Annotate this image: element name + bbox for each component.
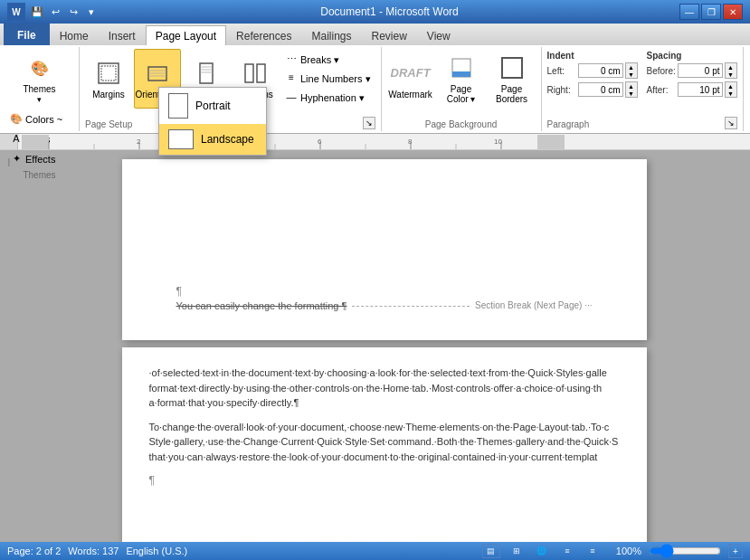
svg-rect-1 [101,66,116,81]
tab-file[interactable]: File [4,24,50,45]
paragraph-group-label: Paragraph [547,118,590,129]
customize-quick-access-button[interactable]: ▾ [83,4,100,20]
close-button[interactable]: ✕ [723,4,743,20]
spin-up-icon[interactable]: ▲ [626,63,637,71]
draft-button[interactable]: ≡ [584,544,602,558]
outline-button[interactable]: ≡ [558,544,576,558]
spacing-label: Spacing [647,51,737,61]
window-title: Document1 - Microsoft Word [100,5,679,18]
paragraph-expand-button[interactable]: ↘ [725,117,737,129]
portrait-label: Portrait [195,100,231,112]
page-setup-expand-button[interactable]: ↘ [363,117,375,129]
margins-button[interactable]: Margins [85,49,132,109]
svg-rect-6 [200,63,213,83]
spacing-before-input[interactable] [678,63,723,78]
word-count: Words: 137 [68,546,119,556]
hyphenation-icon: — [285,91,298,104]
zoom-slider[interactable] [649,546,721,556]
zoom-label: 100% [616,546,641,556]
spacing-after-spinner[interactable]: ▲ ▼ [725,81,737,98]
themes-icon: 🎨 [25,53,54,82]
portrait-option[interactable]: Portrait [159,88,266,124]
line-numbers-icon: ≡ [285,72,298,85]
print-layout-button[interactable]: ▤ [482,544,500,558]
spin-up-icon[interactable]: ▲ [726,82,736,90]
indent-left-spinner[interactable]: ▲ ▼ [625,62,638,79]
spacing-before-label: Before: [647,66,676,76]
portrait-page-icon [168,93,188,119]
svg-text:6: 6 [318,138,322,146]
app-icon: W [7,3,25,21]
indent-left-input[interactable] [578,63,623,78]
svg-text:2: 2 [137,138,141,146]
title-bar: W 💾 ↩ ↪ ▾ Document1 - Microsoft Word — ❐… [0,0,750,24]
page-color-icon [447,53,476,82]
spin-down-icon[interactable]: ▼ [626,71,637,78]
effects-button[interactable]: ✦ Effects [5,150,73,168]
line-numbers-button[interactable]: ≡ Line Numbers ▾ [280,70,375,88]
page-count: Page: 2 of 2 [7,546,61,556]
page-setup-label: Page Setup [85,118,132,129]
spacing-after-input[interactable] [678,82,723,97]
svg-rect-15 [22,135,49,149]
spin-up-icon[interactable]: ▲ [626,82,637,90]
minimize-button[interactable]: — [679,4,699,20]
svg-rect-13 [452,71,470,77]
page-borders-button[interactable]: Page Borders [489,49,536,109]
tab-home[interactable]: Home [50,25,99,45]
spin-down-icon[interactable]: ▼ [626,90,637,97]
landscape-option[interactable]: Landscape [159,124,266,155]
svg-rect-14 [502,58,522,78]
tab-references[interactable]: References [226,25,301,45]
watermark-button[interactable]: DRAFT Watermark [387,49,434,109]
web-layout-button[interactable]: 🌐 [533,544,551,558]
spacing-after-label: After: [647,85,676,95]
orientation-dropdown: Portrait Landscape [158,87,267,156]
restore-button[interactable]: ❐ [701,4,721,20]
spin-down-icon[interactable]: ▼ [726,90,736,97]
landscape-page-icon [168,129,194,149]
title-bar-left: W 💾 ↩ ↪ ▾ [7,3,100,21]
full-screen-button[interactable]: ⊞ [508,544,526,558]
spin-up-icon[interactable]: ▲ [726,63,736,71]
columns-icon [241,59,270,88]
page-background-label: Page Background [425,118,498,129]
ruler: 2 4 6 8 10 [18,134,750,149]
paragraph-mark-bottom: ¶ [149,473,620,489]
indent-right-spinner[interactable]: ▲ ▼ [625,81,638,98]
page-color-button[interactable]: Page Color ▾ [438,49,485,109]
svg-text:8: 8 [408,138,413,146]
themes-group: 🎨 Themes▾ 🎨 Colors ~ A Fonts ✦ Effects T… [0,47,80,131]
tab-mailings[interactable]: Mailings [301,25,361,45]
colors-button[interactable]: 🎨 Colors ~ [5,110,73,128]
indent-left-label: Left: [547,66,576,76]
quick-access-toolbar: 💾 ↩ ↪ ▾ [29,4,100,20]
margins-label: Margins [92,90,125,100]
themes-label: Themes▾ [23,84,55,104]
indent-label: Indent [547,51,638,61]
page-text-with-section-break: You·can·easily·change·the·formatting·¶ S… [176,299,593,313]
top-page: ¶ You·can·easily·change·the·formatting·¶… [122,159,647,340]
ribbon: 🎨 Themes▾ 🎨 Colors ~ A Fonts ✦ Effects T… [0,45,750,134]
themes-button[interactable]: 🎨 Themes▾ [14,49,66,109]
hyphenation-button[interactable]: — Hyphenation ▾ [280,89,375,107]
zoom-in-button[interactable]: + [728,544,743,558]
redo-button[interactable]: ↪ [65,4,81,20]
svg-rect-11 [257,64,265,82]
themes-group-label: Themes [23,168,55,180]
body-text-2: To·change·the·overall·look·of·your·docum… [149,420,620,465]
breaks-icon: ⋯ [285,53,298,66]
tab-insert[interactable]: Insert [99,25,146,45]
size-icon [192,59,221,88]
breaks-button[interactable]: ⋯ Breaks ▾ [280,51,375,69]
indent-right-input[interactable] [578,82,623,97]
spacing-before-spinner[interactable]: ▲ ▼ [725,62,737,79]
save-button[interactable]: 💾 [29,4,45,20]
language: English (U.S.) [126,546,187,556]
undo-button[interactable]: ↩ [47,4,63,20]
spin-down-icon[interactable]: ▼ [726,71,736,78]
body-text-1: ·of·selected·text·in·the·document·text·b… [149,365,620,411]
tab-review[interactable]: Review [361,25,416,45]
tab-view[interactable]: View [417,25,460,45]
tab-page-layout[interactable]: Page Layout [146,25,226,45]
